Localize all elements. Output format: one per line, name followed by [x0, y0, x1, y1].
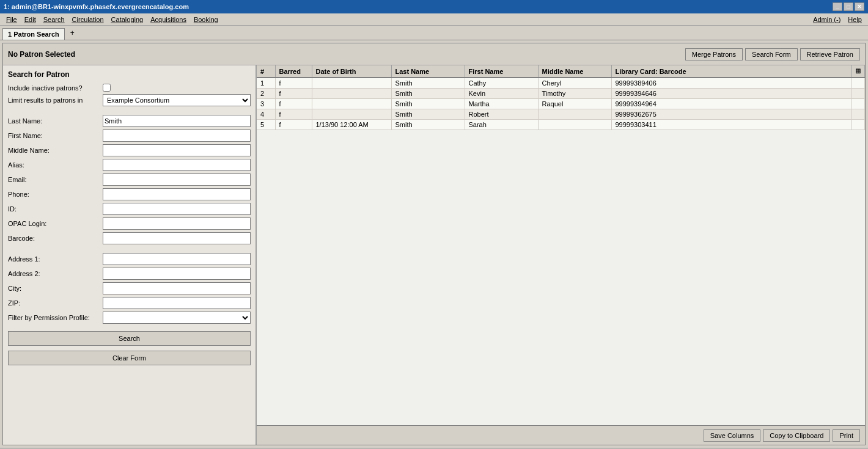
- results-panel: # Barred Date of Birth Last Name First N…: [257, 65, 865, 445]
- cell-first: Sarah: [465, 120, 538, 130]
- cell-first: Martha: [465, 99, 538, 109]
- cell-barcode: 99999362675: [611, 109, 851, 120]
- cell-expand: [851, 78, 865, 89]
- table-header-row: # Barred Date of Birth Last Name First N…: [257, 65, 865, 78]
- main-content: No Patron Selected Merge Patrons Search …: [2, 43, 866, 445]
- include-inactive-row: Include inactive patrons?: [8, 84, 251, 92]
- barcode-label: Barcode:: [8, 235, 103, 242]
- results-table-container: # Barred Date of Birth Last Name First N…: [257, 65, 865, 425]
- table-row[interactable]: 1fSmithCathyCheryl99999389406: [257, 78, 865, 89]
- copy-to-clipboard-button[interactable]: Copy to Clipboard: [763, 429, 830, 442]
- results-table: # Barred Date of Birth Last Name First N…: [257, 65, 865, 130]
- save-columns-button[interactable]: Save Columns: [704, 429, 761, 442]
- middle-name-input[interactable]: [103, 144, 251, 156]
- cell-barcode: 99999389406: [611, 78, 851, 89]
- city-row: City:: [8, 282, 251, 294]
- middle-name-row: Middle Name:: [8, 144, 251, 156]
- menu-file[interactable]: File: [2, 15, 21, 24]
- cell-dob: [312, 78, 391, 89]
- menu-acquisitions[interactable]: Acquisitions: [147, 15, 190, 24]
- last-name-input[interactable]: [103, 115, 251, 127]
- col-header-expand[interactable]: ⊞: [851, 65, 865, 78]
- email-row: Email:: [8, 173, 251, 186]
- print-button[interactable]: Print: [833, 429, 860, 442]
- phone-input[interactable]: [103, 188, 251, 200]
- col-header-first[interactable]: First Name: [465, 65, 538, 78]
- table-row[interactable]: 3fSmithMarthaRaquel99999394964: [257, 99, 865, 109]
- include-inactive-label: Include inactive patrons?: [8, 84, 103, 92]
- menu-circulation[interactable]: Circulation: [68, 15, 108, 24]
- clear-form-button[interactable]: Clear Form: [8, 351, 251, 365]
- cell-barcode: 99999303411: [611, 120, 851, 130]
- alias-input[interactable]: [103, 159, 251, 171]
- table-row[interactable]: 5f1/13/90 12:00 AMSmithSarah99999303411: [257, 120, 865, 130]
- search-form-button[interactable]: Search Form: [745, 48, 798, 60]
- opac-login-label: OPAC Login:: [8, 220, 103, 227]
- opac-login-input[interactable]: [103, 217, 251, 230]
- first-name-row: First Name:: [8, 130, 251, 142]
- cell-barred: f: [275, 89, 312, 99]
- cell-barred: f: [275, 78, 312, 89]
- cell-num: 3: [257, 99, 275, 109]
- maximize-button[interactable]: □: [844, 2, 853, 11]
- search-panel: Search for Patron Include inactive patro…: [3, 65, 257, 445]
- include-inactive-checkbox[interactable]: [103, 84, 111, 92]
- col-header-barcode[interactable]: Library Card: Barcode: [611, 65, 851, 78]
- cell-last: Smith: [391, 120, 465, 130]
- merge-patrons-button[interactable]: Merge Patrons: [685, 48, 743, 60]
- limit-results-label: Limit results to patrons in: [8, 97, 103, 104]
- cell-num: 5: [257, 120, 275, 130]
- cell-first: Robert: [465, 109, 538, 120]
- table-row[interactable]: 4fSmithRobert99999362675: [257, 109, 865, 120]
- barcode-row: Barcode:: [8, 232, 251, 244]
- address2-input[interactable]: [103, 268, 251, 280]
- retrieve-patron-button[interactable]: Retrieve Patron: [800, 48, 860, 60]
- cell-num: 1: [257, 78, 275, 89]
- alias-label: Alias:: [8, 161, 103, 169]
- help-menu[interactable]: Help: [844, 15, 866, 24]
- zip-input[interactable]: [103, 297, 251, 309]
- search-button[interactable]: Search: [8, 331, 251, 346]
- menu-edit[interactable]: Edit: [21, 15, 40, 24]
- col-header-last[interactable]: Last Name: [391, 65, 465, 78]
- middle-name-label: Middle Name:: [8, 147, 103, 154]
- email-input[interactable]: [103, 173, 251, 186]
- filter-select[interactable]: [103, 312, 251, 324]
- cell-last: Smith: [391, 78, 465, 89]
- close-button[interactable]: ✕: [855, 2, 864, 11]
- col-header-middle[interactable]: Middle Name: [538, 65, 611, 78]
- cell-middle: [538, 120, 611, 130]
- address1-input[interactable]: [103, 253, 251, 265]
- col-header-num[interactable]: #: [257, 65, 275, 78]
- tab-add[interactable]: +: [66, 26, 79, 40]
- cell-first: Kevin: [465, 89, 538, 99]
- table-row[interactable]: 2fSmithKevinTimothy99999394646: [257, 89, 865, 99]
- first-name-input[interactable]: [103, 130, 251, 142]
- cell-barred: f: [275, 109, 312, 120]
- col-header-barred[interactable]: Barred: [275, 65, 312, 78]
- address1-label: Address 1:: [8, 255, 103, 263]
- cell-last: Smith: [391, 109, 465, 120]
- menu-booking[interactable]: Booking: [190, 15, 222, 24]
- cell-barred: f: [275, 99, 312, 109]
- phone-label: Phone:: [8, 191, 103, 198]
- alias-row: Alias:: [8, 159, 251, 171]
- minimize-button[interactable]: _: [833, 2, 842, 11]
- cell-middle: Raquel: [538, 99, 611, 109]
- tab-patron-search[interactable]: 1 Patron Search: [2, 28, 65, 40]
- id-row: ID:: [8, 203, 251, 215]
- city-label: City:: [8, 285, 103, 292]
- menu-search[interactable]: Search: [40, 15, 68, 24]
- limit-results-select[interactable]: Example Consortium: [103, 94, 251, 106]
- tab-bar: 1 Patron Search +: [0, 26, 868, 40]
- col-header-dob[interactable]: Date of Birth: [312, 65, 391, 78]
- barcode-input[interactable]: [103, 232, 251, 244]
- admin-menu[interactable]: Admin (-): [809, 15, 844, 24]
- id-input[interactable]: [103, 203, 251, 215]
- filter-row: Filter by Permission Profile:: [8, 312, 251, 324]
- email-label: Email:: [8, 176, 103, 183]
- city-input[interactable]: [103, 282, 251, 294]
- menu-cataloging[interactable]: Cataloging: [108, 15, 147, 24]
- cell-barcode: 99999394964: [611, 99, 851, 109]
- cell-barcode: 99999394646: [611, 89, 851, 99]
